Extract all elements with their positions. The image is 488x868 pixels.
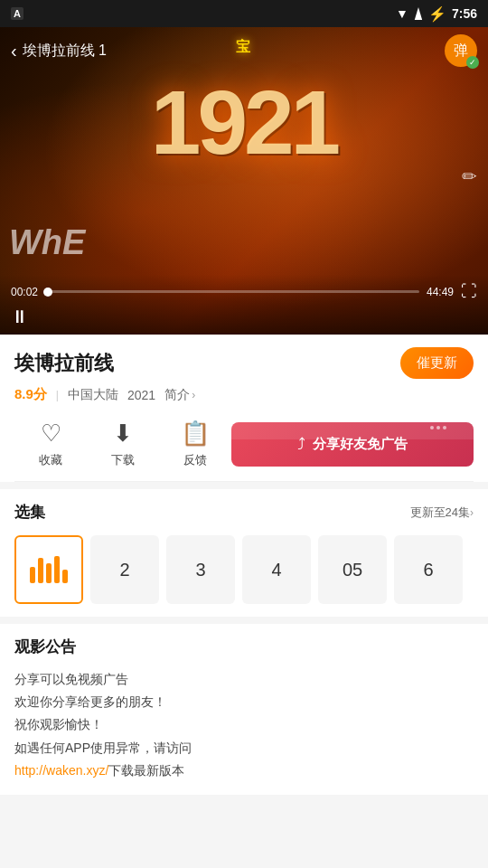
announce-link[interactable]: http://waken.xyz/ [14, 763, 108, 778]
share-ad-label: 分享好友免广告 [313, 436, 408, 453]
download-action[interactable]: ⬇ 下载 [87, 420, 159, 468]
year-info: 2021 [127, 388, 155, 402]
a-badge: A [11, 7, 23, 20]
episode-grid: 2 3 4 05 6 [14, 535, 474, 604]
episode-item-1[interactable] [14, 535, 83, 604]
total-time: 44:49 [427, 286, 454, 298]
signal-icon [412, 7, 425, 20]
whe-decoration: WhE [9, 223, 85, 262]
action-row: ♡ 收藏 ⬇ 下载 📋 反馈 ⤴ 分享好友免广告 [14, 416, 474, 482]
episode-item-3[interactable]: 3 [166, 535, 235, 604]
player-controls: 00:02 44:49 ⛶ ⏸ [0, 275, 488, 335]
announce-line-1: 分享可以免视频广告 [14, 672, 128, 686]
content-area: 埃博拉前线 催更新 8.9分 | 中国大陆 2021 简介 › ♡ 收藏 ⬇ 下… [0, 335, 488, 482]
feedback-label: 反馈 [183, 452, 207, 468]
player-title: 埃博拉前线 1 [23, 42, 107, 61]
wifi-icon: ▼ [396, 6, 408, 21]
play-pause-button[interactable]: ⏸ [11, 307, 29, 327]
intro-link[interactable]: 简介 › [164, 387, 195, 403]
collect-action[interactable]: ♡ 收藏 [14, 420, 87, 468]
title-row: 埃博拉前线 催更新 [14, 347, 474, 379]
country-info: 中国大陆 [68, 387, 118, 403]
fullscreen-button[interactable]: ⛶ [461, 282, 477, 301]
progress-dot [43, 288, 52, 297]
feedback-action[interactable]: 📋 反馈 [159, 420, 231, 468]
video-badge: 宝 [236, 38, 252, 57]
episode-item-6[interactable]: 6 [394, 535, 463, 604]
danmu-icon: 弹 [454, 42, 468, 61]
episodes-section: 选集 更新至24集 › 2 3 4 05 6 [0, 489, 488, 617]
collect-label: 收藏 [39, 452, 62, 468]
announce-line-2: 欢迎你分享给更多的朋友！ [14, 694, 166, 709]
announcement-section: 观影公告 分享可以免视频广告 欢迎你分享给更多的朋友！ 祝你观影愉快！ 如遇任何… [0, 624, 488, 795]
episodes-chevron-icon: › [470, 506, 474, 519]
episodes-title: 选集 [14, 502, 45, 523]
year-decoration: 1921 [151, 77, 337, 167]
episode-item-4[interactable]: 4 [242, 535, 311, 604]
video-player: 1921 WhE ‹ 埃博拉前线 1 弹 ✓ 宝 ✏ 00:02 44:49 ⛶… [0, 27, 488, 335]
announce-line-4: 如遇任何APP使用异常，请访问 [14, 741, 192, 755]
battery-icon: ⚡ [428, 5, 446, 23]
announce-link-suffix: 下载最新版本 [108, 763, 184, 778]
announcement-title: 观影公告 [14, 637, 474, 657]
danmu-check-icon: ✓ [466, 56, 479, 69]
status-time: 7:56 [452, 6, 477, 21]
show-title: 埃博拉前线 [14, 350, 114, 377]
episodes-header: 选集 更新至24集 › [14, 502, 474, 523]
progress-bar[interactable] [45, 290, 419, 293]
announce-line-3: 祝你观影愉快！ [14, 717, 103, 731]
danmu-button[interactable]: 弹 ✓ [445, 34, 477, 67]
download-label: 下载 [111, 452, 135, 468]
share-icon: ⤴ [297, 435, 305, 454]
episode-item-5[interactable]: 05 [318, 535, 387, 604]
current-time: 00:02 [11, 286, 38, 298]
status-bar: A ▼ ⚡ 7:56 [0, 0, 488, 27]
equalizer-icon [30, 556, 68, 583]
rating-score: 8.9分 [14, 386, 47, 403]
edit-button[interactable]: ✏ [462, 165, 477, 187]
announcement-body: 分享可以免视频广告 欢迎你分享给更多的朋友！ 祝你观影愉快！ 如遇任何APP使用… [14, 668, 474, 782]
back-arrow-icon: ‹ [11, 41, 17, 61]
chevron-right-icon: › [192, 389, 195, 401]
feedback-icon: 📋 [181, 420, 210, 448]
share-ad-button[interactable]: ⤴ 分享好友免广告 [231, 422, 474, 467]
episode-item-2[interactable]: 2 [90, 535, 159, 604]
meta-row: 8.9分 | 中国大陆 2021 简介 › [14, 386, 474, 403]
heart-icon: ♡ [41, 420, 61, 448]
update-info[interactable]: 更新至24集 › [410, 505, 474, 521]
update-button[interactable]: 催更新 [400, 347, 474, 379]
download-icon: ⬇ [113, 420, 133, 448]
back-button[interactable]: ‹ 埃博拉前线 1 [11, 41, 107, 61]
